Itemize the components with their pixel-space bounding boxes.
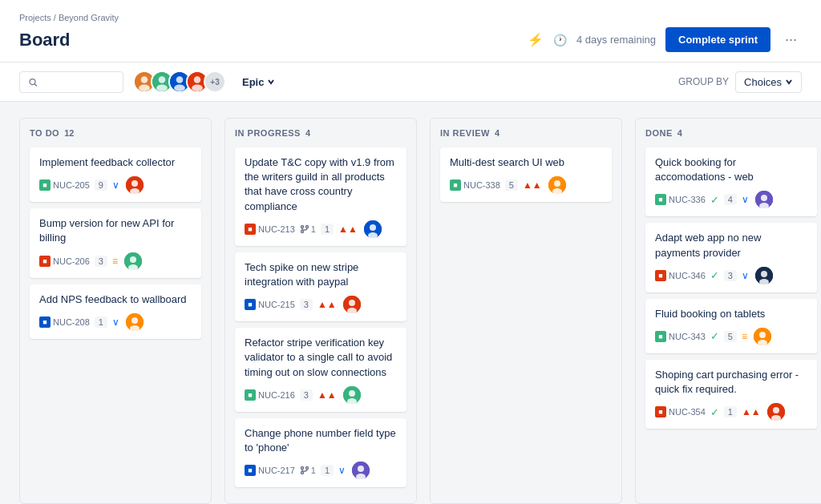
svg-point-37: [305, 467, 308, 470]
card[interactable]: Bump version for new API for billing ■ N…: [30, 208, 201, 277]
card-meta: ■ NUC-336 ✓ 4 ∨: [655, 191, 807, 208]
chevron-down-icon: [267, 78, 275, 86]
svg-point-6: [159, 76, 166, 83]
header-actions: ⚡ 🕐 4 days remaining Complete sprint ···: [528, 27, 802, 52]
svg-point-41: [358, 466, 364, 472]
ticket-id: NUC-205: [53, 180, 90, 190]
branch-count: 1: [311, 224, 316, 234]
svg-point-31: [349, 300, 355, 306]
svg-point-21: [131, 317, 138, 324]
column-header-todo: TO DO 12: [30, 128, 201, 138]
card-title: Fluid booking on tablets: [655, 307, 807, 321]
card-count: 5: [505, 179, 518, 191]
priority-high-icon: ▲▲: [317, 389, 337, 401]
svg-point-18: [130, 256, 136, 263]
priority-high-icon: ▲▲: [742, 406, 761, 417]
ticket-badge: ■ NUC-205: [39, 179, 90, 191]
priority-medium-icon: ≡: [112, 256, 118, 267]
card-title: Add NPS feedback to wallboard: [39, 292, 192, 307]
card-count: 1: [95, 317, 107, 328]
column-inreview: IN REVIEW 4 Multi-dest search UI web ■ N…: [430, 118, 622, 504]
card-count: 3: [724, 270, 737, 281]
column-todo: TO DO 12 Implement feedback collector ■ …: [19, 118, 212, 504]
card[interactable]: Multi-dest search UI web ■ NUC-338 5 ▲▲: [440, 147, 612, 202]
ticket-icon: ■: [245, 465, 256, 476]
card-count: 3: [300, 389, 313, 401]
svg-point-13: [192, 84, 203, 91]
assignee-avatar: [364, 220, 382, 238]
card[interactable]: Refactor stripe verification key validat…: [235, 328, 406, 412]
card-title: Adapt web app no new payments provider: [655, 231, 807, 260]
branch-icon: 1: [300, 224, 316, 234]
card[interactable]: Implement feedback collector ■ NUC-205 9…: [30, 147, 201, 202]
priority-high-icon: ▲▲: [317, 299, 337, 310]
column-header-inreview: IN REVIEW 4: [440, 128, 612, 138]
priority-low-icon: ∨: [112, 179, 119, 191]
card[interactable]: Shoping cart purchasing error - quick fi…: [645, 360, 817, 429]
assignee-avatar: [126, 176, 144, 194]
card-title: Bump version for new API for billing: [39, 216, 192, 245]
card-title: Implement feedback collector: [39, 155, 192, 170]
assignee-avatar: [343, 386, 361, 404]
branch-count: 1: [311, 466, 316, 475]
assignee-avatar: [343, 296, 361, 313]
epic-label: Epic: [242, 76, 264, 88]
ticket-icon: ■: [655, 406, 666, 417]
assignee-avatar: [755, 191, 773, 208]
card-title: Shoping cart purchasing error - quick fi…: [655, 368, 807, 397]
svg-point-10: [174, 84, 185, 91]
card[interactable]: Tech spike on new stripe integration wit…: [235, 252, 406, 321]
choices-dropdown-button[interactable]: Choices: [735, 71, 802, 93]
epic-filter-button[interactable]: Epic: [236, 71, 281, 93]
ticket-icon: ■: [39, 256, 51, 267]
card-count: 1: [321, 224, 334, 235]
done-checkmark: ✓: [710, 194, 719, 206]
card-meta: ■ NUC-216 3 ▲▲: [245, 386, 397, 404]
ticket-badge: ■ NUC-208: [39, 317, 90, 328]
card[interactable]: Adapt web app no new payments provider ■…: [645, 223, 817, 292]
svg-point-3: [141, 76, 148, 83]
svg-point-15: [131, 180, 138, 187]
ticket-id: NUC-215: [258, 300, 295, 309]
column-title: IN REVIEW: [440, 128, 490, 138]
svg-point-53: [759, 332, 766, 338]
sprint-days-remaining: 4 days remaining: [576, 34, 656, 46]
more-options-button[interactable]: ···: [780, 28, 802, 51]
svg-point-28: [370, 224, 376, 231]
ticket-badge: ■ NUC-343: [655, 331, 706, 342]
svg-point-47: [761, 195, 767, 201]
card[interactable]: Change phone number field type to 'phone…: [235, 418, 406, 487]
card-title: Multi-dest search UI web: [450, 155, 602, 170]
done-checkmark: ✓: [710, 330, 719, 342]
header-row: Board ⚡ 🕐 4 days remaining Complete spri…: [19, 24, 802, 62]
svg-point-9: [176, 76, 184, 83]
avatar-group: +3: [133, 71, 226, 93]
assignee-avatar: [755, 267, 773, 284]
card[interactable]: Quick booking for accomodations - web ■ …: [645, 147, 817, 216]
choices-label: Choices: [744, 76, 782, 88]
svg-point-36: [301, 467, 303, 470]
card-meta: ■ NUC-206 3 ≡: [39, 252, 192, 270]
card[interactable]: Fluid booking on tablets ■ NUC-343 ✓ 5 ≡: [645, 299, 817, 353]
ticket-id: NUC-346: [669, 271, 706, 280]
complete-sprint-button[interactable]: Complete sprint: [665, 27, 770, 52]
ticket-id: NUC-217: [258, 466, 295, 475]
search-box[interactable]: [19, 71, 123, 93]
chevron-down-icon: [785, 78, 793, 86]
avatar-more[interactable]: +3: [204, 71, 226, 93]
ticket-icon: ■: [245, 299, 256, 310]
ticket-icon: ■: [39, 317, 51, 328]
page-title: Board: [19, 30, 71, 50]
toolbar: +3 Epic GROUP BY Choices: [0, 62, 821, 102]
ticket-icon: ■: [245, 224, 256, 235]
card[interactable]: Update T&C copy with v1.9 from the write…: [235, 147, 406, 246]
ticket-badge: ■ NUC-216: [245, 389, 295, 401]
card-meta: ■ NUC-208 1 ∨: [39, 313, 192, 331]
card-title: Quick booking for accomodations - web: [655, 155, 807, 184]
svg-point-4: [139, 84, 150, 91]
card[interactable]: Add NPS feedback to wallboard ■ NUC-208 …: [30, 284, 201, 339]
search-input[interactable]: [42, 76, 115, 88]
ticket-icon: ■: [655, 194, 666, 205]
svg-point-0: [30, 79, 35, 84]
priority-low-icon: ∨: [338, 465, 346, 476]
